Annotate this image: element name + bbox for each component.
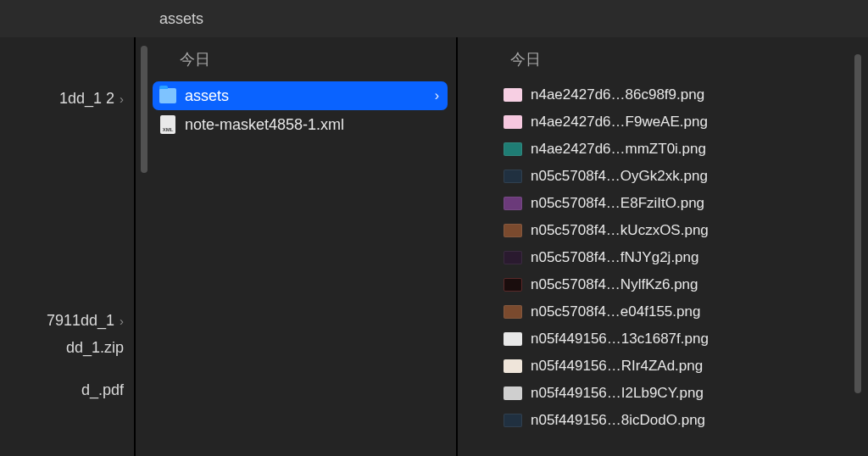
scrollbar[interactable]: [854, 54, 861, 393]
item-label: n4ae2427d6…mmZT0i.png: [531, 141, 834, 158]
list-item[interactable]: 1dd_1 2 ›: [0, 85, 129, 112]
xml-file-icon: XML: [159, 116, 176, 133]
column-2-list: assets › XML note-masket4858-1.xml: [136, 78, 456, 139]
file-item[interactable]: n05f449156…I2Lb9CY.png: [497, 380, 843, 407]
item-label: dd_1.zip: [66, 339, 124, 357]
item-label: n05c5708f4…NylfKz6.png: [531, 276, 834, 293]
item-label: d_.pdf: [81, 381, 124, 399]
chevron-right-icon: ›: [120, 314, 124, 328]
column-1: 1dd_1 2 › 7911dd_1 › dd_1.zip d_.pdf: [0, 37, 136, 456]
chevron-right-icon: ›: [435, 88, 439, 103]
list-item[interactable]: dd_1.zip: [0, 334, 129, 361]
image-thumbnail-icon: [504, 170, 522, 183]
image-thumbnail-icon: [504, 332, 522, 346]
item-label: n05c5708f4…kUczxOS.png: [531, 222, 834, 239]
item-label: assets: [185, 87, 426, 105]
item-label: n05f449156…13c1687f.png: [531, 331, 834, 348]
image-thumbnail-icon: [504, 305, 522, 319]
file-item[interactable]: n05c5708f4…OyGk2xk.png: [497, 163, 843, 190]
image-thumbnail-icon: [504, 359, 522, 373]
image-thumbnail-icon: [504, 414, 522, 427]
item-label: n05f449156…RIr4ZAd.png: [531, 358, 834, 375]
window-titlebar: assets: [0, 0, 868, 37]
file-item[interactable]: n4ae2427d6…F9weAE.png: [497, 108, 843, 136]
column-3-list: n4ae2427d6…86c98f9.pngn4ae2427d6…F9weAE.…: [458, 78, 868, 434]
image-thumbnail-icon: [504, 88, 522, 102]
item-label: n05f449156…8icDodO.png: [531, 412, 834, 429]
file-item[interactable]: n05c5708f4…kUczxOS.png: [497, 217, 843, 244]
column-2: 今日 assets › XML note-masket4858-1.xml: [136, 37, 458, 456]
item-label: n05c5708f4…e04f155.png: [531, 303, 834, 320]
image-thumbnail-icon: [504, 386, 522, 400]
file-item[interactable]: n05c5708f4…e04f155.png: [497, 298, 843, 325]
folder-icon: [159, 87, 176, 104]
list-item[interactable]: d_.pdf: [0, 376, 129, 403]
image-thumbnail-icon: [504, 224, 522, 237]
column-1-list: 1dd_1 2 › 7911dd_1 › dd_1.zip d_.pdf: [0, 37, 134, 403]
file-item-xml[interactable]: XML note-masket4858-1.xml: [153, 110, 448, 139]
section-header: 今日: [458, 37, 868, 78]
item-label: note-masket4858-1.xml: [185, 116, 439, 134]
item-label: n4ae2427d6…86c98f9.png: [531, 86, 834, 103]
file-item[interactable]: n4ae2427d6…mmZT0i.png: [497, 136, 843, 163]
window-title: assets: [159, 10, 203, 28]
item-label: n05c5708f4…fNJYg2j.png: [531, 249, 834, 266]
folder-item-assets[interactable]: assets ›: [153, 81, 448, 110]
file-item[interactable]: n05c5708f4…fNJYg2j.png: [497, 244, 843, 271]
chevron-right-icon: ›: [120, 92, 124, 106]
item-label: n05f449156…I2Lb9CY.png: [531, 385, 834, 402]
scrollbar[interactable]: [141, 46, 147, 173]
file-item[interactable]: n05f449156…13c1687f.png: [497, 325, 843, 353]
file-item[interactable]: n05f449156…RIr4ZAd.png: [497, 353, 843, 380]
list-item[interactable]: 7911dd_1 ›: [0, 307, 129, 334]
image-thumbnail-icon: [504, 142, 522, 156]
column-3: 今日 n4ae2427d6…86c98f9.pngn4ae2427d6…F9we…: [458, 37, 868, 456]
file-item[interactable]: n05c5708f4…E8FziItO.png: [497, 190, 843, 217]
file-item[interactable]: n05c5708f4…NylfKz6.png: [497, 271, 843, 298]
section-header: 今日: [136, 37, 456, 78]
image-thumbnail-icon: [504, 197, 522, 210]
file-item[interactable]: n4ae2427d6…86c98f9.png: [497, 81, 843, 108]
item-label: n05c5708f4…E8FziItO.png: [531, 195, 834, 212]
image-thumbnail-icon: [504, 278, 522, 292]
finder-columns: 1dd_1 2 › 7911dd_1 › dd_1.zip d_.pdf 今日: [0, 37, 868, 456]
image-thumbnail-icon: [504, 115, 522, 129]
image-thumbnail-icon: [504, 251, 522, 264]
item-label: 1dd_1 2: [59, 90, 114, 108]
item-label: n05c5708f4…OyGk2xk.png: [531, 168, 834, 185]
file-item[interactable]: n05f449156…8icDodO.png: [497, 407, 843, 434]
item-label: n4ae2427d6…F9weAE.png: [531, 114, 834, 131]
item-label: 7911dd_1: [47, 312, 114, 330]
